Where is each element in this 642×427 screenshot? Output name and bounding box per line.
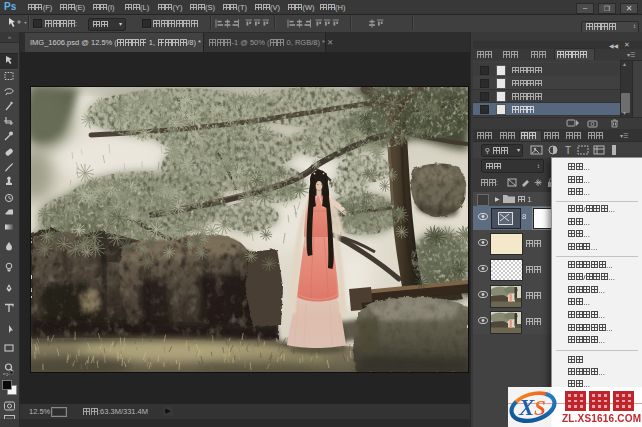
svg-text:T: T bbox=[565, 145, 571, 156]
svg-text:S: S bbox=[534, 396, 546, 420]
svg-text:X: X bbox=[518, 395, 535, 420]
